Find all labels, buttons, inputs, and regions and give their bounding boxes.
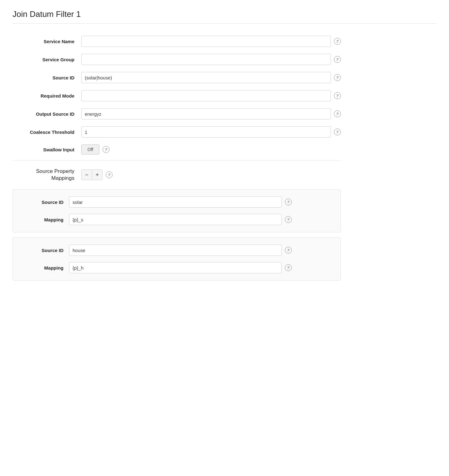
service-group-input[interactable] [81, 54, 331, 65]
output-source-id-label: Output Source ID [13, 111, 81, 117]
mapping-1-mapping-row: Mapping ? [13, 214, 341, 225]
coalesce-threshold-row: Coalesce Threshold ? [13, 126, 341, 138]
required-mode-label: Required Mode [13, 93, 81, 99]
required-mode-help-icon[interactable]: ? [334, 92, 341, 99]
required-mode-input[interactable] [81, 90, 331, 101]
coalesce-threshold-label: Coalesce Threshold [13, 129, 81, 135]
service-name-row: Service Name ? [13, 36, 341, 47]
source-property-mappings-section: Source Property Mappings − + ? Source ID… [13, 160, 341, 289]
mapping-2-source-id-label: Source ID [13, 248, 69, 253]
mapping-card-1: Source ID ? Mapping ? [13, 189, 341, 232]
mappings-label: Source Property Mappings [13, 168, 81, 182]
service-name-help-icon[interactable]: ? [334, 38, 341, 45]
source-id-label: Source ID [13, 75, 81, 80]
mapping-2-mapping-label: Mapping [13, 265, 69, 271]
mapping-1-mapping-help-icon[interactable]: ? [285, 216, 292, 223]
mapping-1-source-id-label: Source ID [13, 200, 69, 205]
main-form-section: Service Name ? Service Group ? Source ID… [13, 30, 341, 160]
swallow-input-help-icon[interactable]: ? [103, 146, 109, 153]
source-id-input[interactable] [81, 72, 331, 83]
mapping-2-source-id-input[interactable] [69, 245, 282, 256]
service-group-label: Service Group [13, 57, 81, 62]
mapping-2-source-id-help-icon[interactable]: ? [285, 247, 292, 254]
add-mapping-button[interactable]: + [92, 170, 103, 180]
mapping-2-source-id-row: Source ID ? [13, 245, 341, 256]
mapping-1-source-id-row: Source ID ? [13, 196, 341, 208]
swallow-input-row: Swallow Input Off ? [13, 144, 341, 154]
source-id-row: Source ID ? [13, 72, 341, 83]
coalesce-threshold-help-icon[interactable]: ? [334, 129, 341, 135]
mappings-btn-group: − + [81, 170, 103, 180]
form-container: Service Name ? Service Group ? Source ID… [13, 30, 341, 289]
source-id-help-icon[interactable]: ? [334, 74, 341, 81]
mapping-1-source-id-input[interactable] [69, 196, 282, 208]
service-name-input[interactable] [81, 36, 331, 47]
page-title: Join Datum Filter 1 [13, 9, 436, 24]
mapping-card-2: Source ID ? Mapping ? [13, 237, 341, 281]
mapping-2-mapping-row: Mapping ? [13, 262, 341, 273]
swallow-input-label: Swallow Input [13, 147, 81, 152]
coalesce-threshold-input[interactable] [81, 126, 331, 138]
mapping-1-mapping-input[interactable] [69, 214, 282, 225]
mapping-1-source-id-help-icon[interactable]: ? [285, 199, 292, 205]
remove-mapping-button[interactable]: − [81, 170, 92, 180]
output-source-id-input[interactable] [81, 108, 331, 119]
mappings-help-icon[interactable]: ? [106, 171, 113, 178]
mapping-2-mapping-help-icon[interactable]: ? [285, 264, 292, 271]
mapping-1-mapping-label: Mapping [13, 217, 69, 222]
service-name-label: Service Name [13, 39, 81, 44]
swallow-input-toggle[interactable]: Off [81, 144, 99, 154]
required-mode-row: Required Mode ? [13, 90, 341, 101]
mapping-2-mapping-input[interactable] [69, 262, 282, 273]
output-source-id-help-icon[interactable]: ? [334, 110, 341, 117]
service-group-row: Service Group ? [13, 54, 341, 65]
output-source-id-row: Output Source ID ? [13, 108, 341, 119]
mappings-header-row: Source Property Mappings − + ? [13, 168, 341, 182]
service-group-help-icon[interactable]: ? [334, 56, 341, 63]
